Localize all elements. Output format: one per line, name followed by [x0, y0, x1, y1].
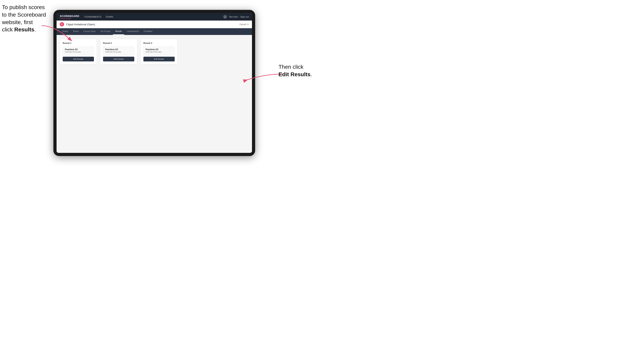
main-content: Round 1 Peachtree GC Gold (M) (7010 yds)…	[56, 35, 252, 153]
nav-items: TOURNAMENTS TEAMS	[84, 15, 223, 19]
round-3-title: Round 3	[144, 42, 175, 44]
logo: SCOREBOARD Powered by clippd	[60, 14, 79, 19]
round-2-card: Round 2 Peachtree GC Gold (M) (7010 yds)…	[100, 39, 137, 64]
tournament-header: C Clippd Invitational (Open) Cancel ✕	[56, 20, 252, 28]
round-3-card: Round 3 Peachtree GC Gold (M) (7010 yds)…	[140, 39, 178, 64]
tab-printables[interactable]: Printables	[141, 28, 155, 35]
tab-tee-groups[interactable]: Tee Groups	[98, 28, 113, 35]
edit-results-button-3[interactable]: Edit Results	[144, 57, 175, 61]
logo-subtitle: Powered by clippd	[60, 18, 79, 19]
user-avatar: U	[223, 15, 227, 19]
round-2-course-card: Peachtree GC Gold (M) (7010 yds)	[103, 47, 134, 55]
nav-tournaments[interactable]: TOURNAMENTS	[84, 15, 102, 19]
logo-text: SCOREBOARD	[60, 15, 79, 17]
nav-user-text: Test User |	[229, 16, 238, 18]
nav-right: U Test User | Sign out	[223, 15, 249, 19]
round-1-card: Round 1 Peachtree GC Gold (M) (7010 yds)…	[60, 39, 97, 64]
round-2-title: Round 2	[103, 42, 134, 44]
round-2-course-name: Peachtree GC	[105, 48, 132, 51]
tab-navigation: Details Teams Course Setup Tee Groups Re…	[56, 28, 252, 35]
round-1-course-details: Gold (M) (7010 yds)	[65, 51, 92, 53]
edit-results-button-2[interactable]: Edit Results	[103, 57, 134, 61]
instruction-left: To publish scores to the Scoreboard webs…	[2, 3, 48, 33]
tab-details[interactable]: Details	[60, 28, 70, 35]
tab-results[interactable]: Results	[113, 28, 124, 35]
tab-course-setup[interactable]: Course Setup	[81, 28, 98, 35]
tournament-name: Clippd Invitational (Open)	[66, 23, 240, 26]
cancel-button[interactable]: Cancel ✕	[240, 23, 249, 26]
rounds-container: Round 1 Peachtree GC Gold (M) (7010 yds)…	[60, 39, 249, 64]
round-2-course-details: Gold (M) (7010 yds)	[105, 51, 132, 53]
tablet-screen: SCOREBOARD Powered by clippd TOURNAMENTS…	[56, 13, 252, 153]
top-navigation: SCOREBOARD Powered by clippd TOURNAMENTS…	[56, 13, 252, 20]
tab-leaderboards[interactable]: Leaderboards	[124, 28, 141, 35]
nav-teams[interactable]: TEAMS	[106, 15, 113, 19]
round-1-title: Round 1	[63, 42, 94, 44]
round-1-course-card: Peachtree GC Gold (M) (7010 yds)	[63, 47, 94, 55]
edit-results-button-1[interactable]: Edit Results	[63, 57, 94, 61]
sign-out-link[interactable]: Sign out	[240, 15, 249, 19]
instruction-right: Then click Edit Results.	[278, 63, 320, 78]
round-3-course-card: Peachtree GC Gold (M) (7010 yds)	[144, 47, 175, 55]
tab-teams[interactable]: Teams	[70, 28, 81, 35]
round-3-course-details: Gold (M) (7010 yds)	[146, 51, 172, 53]
round-1-course-name: Peachtree GC	[65, 48, 92, 51]
close-icon: ✕	[247, 23, 249, 26]
round-3-course-name: Peachtree GC	[146, 48, 172, 51]
tournament-icon: C	[60, 22, 64, 26]
tablet-device: SCOREBOARD Powered by clippd TOURNAMENTS…	[54, 10, 255, 156]
